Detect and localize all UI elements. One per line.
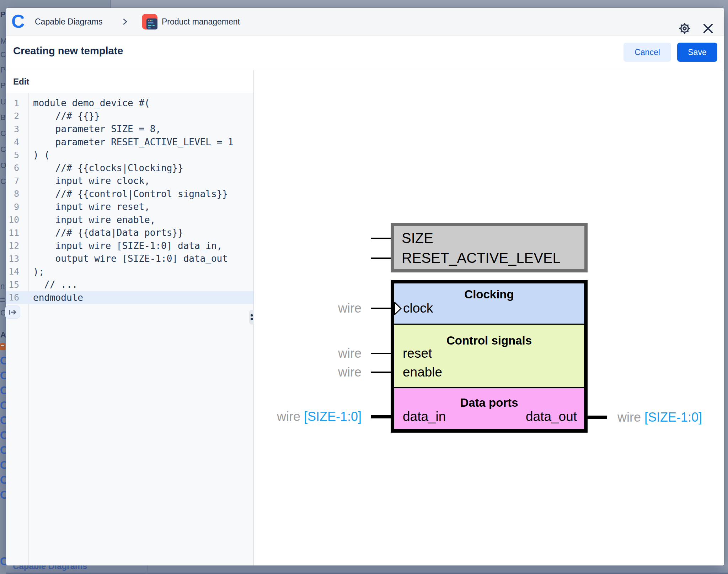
code-text: input wire reset,: [28, 201, 150, 212]
line-number: 7: [6, 176, 28, 186]
code-line[interactable]: 7 input wire clock,: [6, 174, 253, 188]
background-item-initial: C: [0, 429, 6, 442]
background-text-fragment: Pr: [0, 10, 6, 19]
background-item-initial: C: [0, 444, 6, 457]
code-text: endmodule: [28, 292, 83, 303]
diagram-preview: SIZE RESET_ACTIVE_LEVEL Clocking clock C…: [254, 93, 724, 565]
background-sidebar-strip: Pr M Cl Pr Pr Ul By Ca Ca Or Cl n Cr AF …: [0, 0, 6, 574]
line-number: 11: [6, 228, 28, 238]
edit-pane-label: Edit: [13, 77, 29, 87]
code-text: //# {{control|Control signals}}: [28, 189, 228, 199]
expand-arrow-icon: [9, 309, 17, 315]
param-stub: [371, 238, 391, 239]
background-text-fragment: Cl: [0, 50, 6, 59]
wire-type-label: wire: [254, 365, 362, 380]
bus-range: [SIZE-1:0]: [644, 410, 702, 424]
bus-type-label: wire [SIZE-1:0]: [617, 410, 702, 425]
code-line[interactable]: 8 //# {{control|Control signals}}: [6, 188, 253, 201]
code-line[interactable]: 13 output wire [SIZE-1:0] data_out: [6, 252, 253, 265]
close-button[interactable]: [700, 20, 716, 37]
code-text: //# {{data|Data ports}}: [28, 227, 183, 238]
settings-button[interactable]: [676, 20, 693, 37]
background-item-initial: C: [0, 354, 6, 367]
line-number: 15: [6, 280, 28, 290]
dialog-header: C Capable Diagrams Product management: [6, 8, 724, 36]
code-text: input wire clock,: [28, 175, 150, 186]
breadcrumb-chevron-icon: [123, 18, 128, 25]
section-title: Data ports: [394, 396, 584, 410]
port-reset: reset: [403, 346, 432, 361]
background-text-fragment: Pr: [0, 81, 6, 90]
section-data: Data ports data_in data_out: [394, 388, 584, 429]
section-control: Control signals reset enable: [394, 325, 584, 387]
port-enable: enable: [403, 365, 442, 380]
edit-pane-header: Edit: [6, 70, 253, 93]
code-text: module demo_device #(: [28, 98, 150, 108]
code-text: parameter RESET_ACTIVE_LEVEL = 1: [28, 137, 234, 147]
code-text: output wire [SIZE-1:0] data_out: [28, 253, 228, 264]
code-line[interactable]: 15 // ...: [6, 278, 253, 291]
background-brand-initial: C: [0, 555, 6, 568]
port-data-out: data_out: [526, 409, 577, 424]
code-text: input wire [SIZE-1:0] data_in,: [28, 240, 222, 251]
line-number: 4: [6, 137, 28, 147]
code-line[interactable]: 5) (: [6, 148, 253, 162]
background-text-fragment: Ca: [0, 145, 6, 154]
code-line[interactable]: 14);: [6, 265, 253, 278]
line-number: 12: [6, 240, 28, 251]
code-line[interactable]: 6 //# {{clocks|Clocking}}: [6, 162, 253, 175]
code-line[interactable]: 9 input wire reset,: [6, 200, 253, 213]
line-number: 1: [6, 98, 28, 108]
background-orange-icon: [0, 343, 5, 350]
code-line[interactable]: 4 parameter RESET_ACTIVE_LEVEL = 1: [6, 136, 253, 149]
parameter-name: SIZE: [402, 228, 584, 248]
background-page-bottom: [0, 565, 728, 574]
wire-stub-reset: [371, 353, 391, 354]
line-number: 9: [6, 202, 28, 212]
sidebar-expand-button[interactable]: [5, 305, 20, 319]
bus-stub-data-out: [588, 416, 607, 419]
code-line[interactable]: 10 input wire enable,: [6, 213, 253, 227]
code-line[interactable]: 11 //# {{data|Data ports}}: [6, 226, 253, 239]
code-text: //# {{}}: [28, 111, 100, 121]
parameter-name: RESET_ACTIVE_LEVEL: [402, 248, 584, 268]
code-line[interactable]: 1module demo_device #(: [6, 97, 253, 110]
port-data-in: data_in: [403, 409, 446, 424]
wire-type-label: wire: [254, 301, 362, 316]
background-item-initial: C: [0, 489, 6, 502]
code-line[interactable]: 2 //# {{}}: [6, 110, 253, 123]
background-text-fragment: Cl: [0, 177, 6, 186]
param-stub: [371, 258, 391, 259]
gear-icon: [678, 21, 692, 36]
module-block: Clocking clock Control signals reset ena…: [391, 280, 588, 433]
breadcrumb-page[interactable]: Product management: [162, 8, 240, 36]
background-text-fragment: n: [0, 282, 5, 291]
background-page-top: [0, 0, 728, 8]
code-editor[interactable]: 1module demo_device #(2 //# {{}}3 parame…: [6, 93, 253, 565]
screen: Capable Diagrams Pr M Cl Pr Pr Ul By Ca …: [0, 0, 728, 574]
save-button[interactable]: Save: [677, 43, 717, 62]
background-item-initial: C: [0, 474, 6, 487]
background-text-fragment: Pr: [0, 65, 6, 75]
line-number: 10: [6, 215, 28, 225]
app-logo: C: [11, 11, 25, 32]
code-text: );: [28, 266, 44, 277]
line-number: 8: [6, 189, 28, 199]
code-lines: 1module demo_device #(2 //# {{}}3 parame…: [6, 97, 253, 304]
code-text: input wire enable,: [28, 215, 155, 225]
code-text: // ...: [28, 279, 77, 290]
background-item-initial: C: [0, 399, 6, 412]
code-line[interactable]: 16endmodule: [6, 291, 253, 304]
code-text: parameter SIZE = 8,: [28, 124, 161, 134]
cancel-button[interactable]: Cancel: [623, 43, 671, 62]
background-item-initial: C: [0, 459, 6, 472]
line-number: 16: [6, 292, 28, 303]
section-title: Clocking: [394, 288, 584, 301]
line-number: 6: [6, 163, 28, 173]
code-line[interactable]: 12 input wire [SIZE-1:0] data_in,: [6, 239, 253, 253]
parameter-box: SIZE RESET_ACTIVE_LEVEL: [391, 223, 588, 272]
breadcrumb-app[interactable]: Capable Diagrams: [35, 8, 102, 36]
code-line[interactable]: 3 parameter SIZE = 8,: [6, 123, 253, 136]
space-icon: [142, 14, 157, 29]
background-page-right: [724, 0, 728, 574]
